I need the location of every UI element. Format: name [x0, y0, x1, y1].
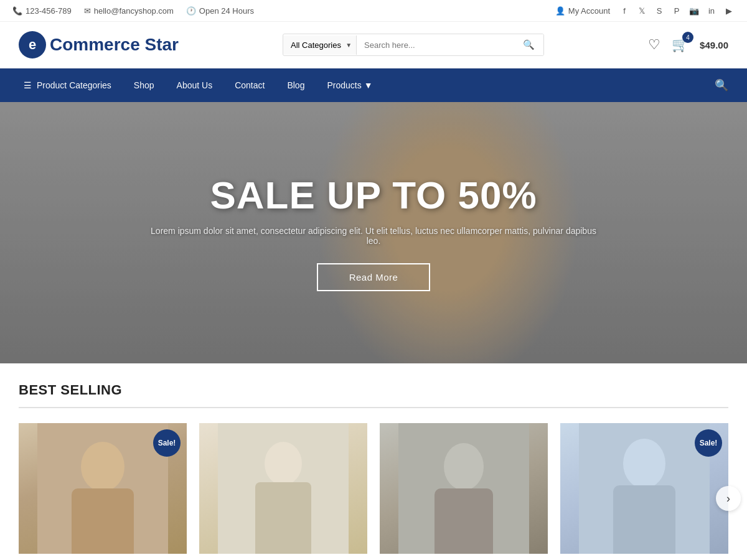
- product-card-4[interactable]: Sale! Polo T-shirt: [560, 423, 728, 560]
- hamburger-icon: ☰: [24, 80, 32, 90]
- email-address: hello@fancyshop.com: [94, 6, 174, 16]
- logo[interactable]: e Commerce Star: [19, 31, 179, 58]
- email-icon: ✉: [84, 6, 91, 16]
- chevron-down-icon: ▼: [364, 80, 373, 90]
- sale-badge-4: Sale!: [695, 429, 722, 457]
- products-grid: Sale! Evening trousers Black pants: [19, 423, 728, 560]
- my-account-link[interactable]: 👤 My Account: [555, 6, 610, 16]
- product-name-3: Hard top: [380, 554, 548, 560]
- nav-shop[interactable]: Shop: [123, 70, 166, 100]
- product-name-2: Black pants: [199, 554, 367, 560]
- cart-icon[interactable]: 🛒 4: [672, 37, 688, 53]
- product-svg-3: [380, 423, 548, 554]
- logo-icon: e: [19, 31, 46, 58]
- wishlist-icon[interactable]: ♡: [648, 37, 660, 53]
- svg-rect-11: [613, 485, 675, 554]
- account-icon: 👤: [555, 6, 565, 16]
- facebook-icon[interactable]: f: [619, 5, 630, 16]
- search-bar: All Categories Fashion Electronics Acces…: [283, 34, 544, 56]
- nav-blog[interactable]: Blog: [276, 70, 316, 100]
- category-select[interactable]: All Categories Fashion Electronics Acces…: [283, 35, 357, 55]
- cart-amount: $49.00: [700, 40, 728, 50]
- logo-text: Commerce Star: [50, 35, 179, 55]
- nav-about-us[interactable]: About Us: [166, 70, 224, 100]
- product-image-1: Sale!: [19, 423, 187, 554]
- account-label: My Account: [568, 6, 610, 16]
- nav-product-categories[interactable]: ☰ Product Categories: [12, 70, 123, 100]
- svg-rect-8: [435, 488, 493, 554]
- product-card-2[interactable]: Black pants: [199, 423, 367, 560]
- svg-rect-5: [255, 482, 311, 554]
- svg-point-10: [623, 439, 665, 488]
- nav-contact[interactable]: Contact: [223, 70, 276, 100]
- sale-badge-1: Sale!: [153, 429, 181, 457]
- product-name-1: Evening trousers: [19, 554, 187, 560]
- category-wrapper: All Categories Fashion Electronics Acces…: [283, 34, 357, 55]
- svg-point-7: [444, 443, 484, 490]
- header: e Commerce Star All Categories Fashion E…: [0, 22, 747, 68]
- best-selling-section: BEST SELLING Sale! Evening trousers: [0, 363, 747, 560]
- phone-info: 📞 123-456-789: [12, 6, 72, 16]
- social-icons: f 𝕏 S P 📷 in ▶: [619, 5, 735, 16]
- svg-point-1: [81, 442, 125, 492]
- product-card-1[interactable]: Sale! Evening trousers: [19, 423, 187, 560]
- cart-badge: 4: [682, 32, 693, 43]
- product-name-4: Polo T-shirt: [560, 554, 728, 560]
- youtube-icon[interactable]: ▶: [723, 5, 735, 16]
- header-right: ♡ 🛒 4 $49.00: [648, 37, 728, 53]
- search-button[interactable]: 🔍: [514, 34, 543, 55]
- instagram-icon[interactable]: 📷: [688, 5, 700, 16]
- scroll-right-arrow[interactable]: ›: [716, 486, 741, 511]
- product-image-4: Sale!: [560, 423, 728, 554]
- top-bar-right: 👤 My Account f 𝕏 S P 📷 in ▶: [555, 5, 735, 16]
- nav-products[interactable]: Products ▼: [316, 70, 383, 100]
- product-image-2: [199, 423, 367, 554]
- hours-text: Open 24 Hours: [199, 6, 254, 16]
- product-svg-2: [199, 423, 367, 554]
- email-info: ✉ hello@fancyshop.com: [84, 6, 174, 16]
- svg-point-4: [265, 442, 302, 485]
- main-nav: ☰ Product Categories Shop About Us Conta…: [0, 68, 747, 102]
- linkedin-icon[interactable]: in: [706, 5, 717, 16]
- hero-title: SALE UP TO 50%: [210, 174, 537, 217]
- svg-rect-2: [72, 488, 134, 554]
- nav-search-icon[interactable]: 🔍: [708, 68, 735, 102]
- search-input[interactable]: [357, 34, 514, 55]
- phone-icon: 📞: [12, 6, 22, 16]
- phone-number: 123-456-789: [26, 6, 72, 16]
- hero-subtitle: Lorem ipsum dolor sit amet, consectetur …: [143, 226, 604, 246]
- top-bar-left: 📞 123-456-789 ✉ hello@fancyshop.com 🕐 Op…: [12, 6, 254, 16]
- product-card-3[interactable]: Hard top: [380, 423, 548, 560]
- twitter-icon[interactable]: 𝕏: [636, 5, 647, 16]
- best-selling-title: BEST SELLING: [19, 382, 728, 408]
- top-bar: 📞 123-456-789 ✉ hello@fancyshop.com 🕐 Op…: [0, 0, 747, 22]
- clock-icon: 🕐: [186, 6, 196, 16]
- skype-icon[interactable]: S: [654, 5, 665, 16]
- read-more-button[interactable]: Read More: [317, 263, 431, 291]
- hero-overlay: SALE UP TO 50% Lorem ipsum dolor sit ame…: [0, 102, 747, 363]
- pinterest-icon[interactable]: P: [671, 5, 682, 16]
- hero-section: SALE UP TO 50% Lorem ipsum dolor sit ame…: [0, 102, 747, 363]
- products-wrapper: Sale! Evening trousers Black pants: [19, 423, 728, 560]
- hours-info: 🕐 Open 24 Hours: [186, 6, 254, 16]
- product-image-3: [380, 423, 548, 554]
